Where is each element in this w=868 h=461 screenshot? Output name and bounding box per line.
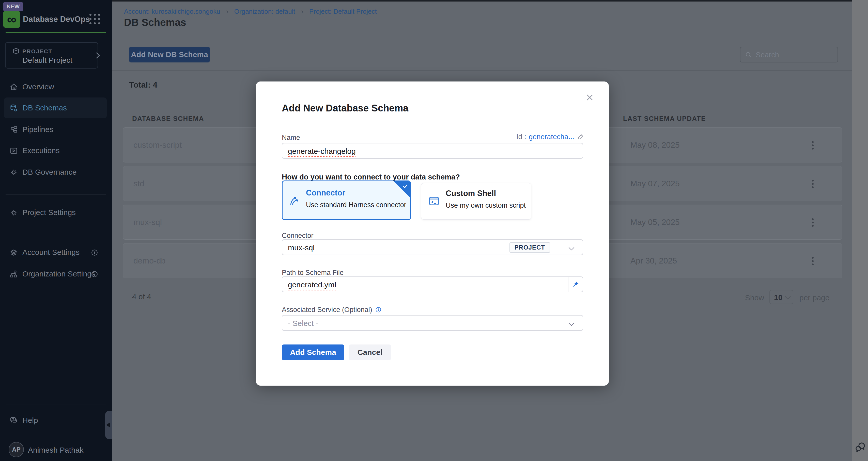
project-scope-label: PROJECT [22,48,52,55]
path-field[interactable]: generated.yml [282,276,583,292]
connector-label: Connector [282,232,314,240]
database-devops-logo[interactable]: ∞ [3,11,20,28]
header-divider [112,37,852,37]
sidebar-item-account-settings[interactable]: Account Settings [0,242,112,263]
edit-pencil-icon[interactable] [577,133,584,141]
name-field[interactable]: generate-changelog [282,143,583,159]
search-input[interactable]: Search [740,47,838,62]
page-title: DB Schemas [124,17,186,28]
pin-button[interactable] [568,277,583,292]
scope-badge: PROJECT [509,242,550,253]
column-header-last-schema-update: LAST SCHEMA UPDATE [623,115,706,123]
modal-title: Add New Database Schema [282,103,408,114]
chat-bubbles-icon[interactable] [854,441,866,453]
sidebar-item-db-governance[interactable]: DB Governance [0,162,112,183]
name-label: Name [282,134,300,142]
sidebar-item-overview[interactable]: Overview [0,76,112,97]
pagination-per-page-label: per page [799,293,829,302]
collapse-arrow-icon [106,422,110,427]
close-icon[interactable] [584,92,595,103]
chevron-down-icon [569,320,575,326]
chevron-down-icon [569,245,575,251]
pipeline-icon [9,125,18,134]
service-select[interactable]: - Select - [282,315,583,331]
right-rail [852,0,868,461]
sidebar-item-organization-settings[interactable]: Organization Settings [0,264,112,284]
terminal-icon [428,195,440,207]
execution-play-icon [9,146,18,155]
app-title: Database DevOps [23,15,90,24]
user-avatar[interactable]: AP [9,442,24,457]
column-header-database-schema: DATABASE SCHEMA [132,115,204,123]
organization-icon [9,270,18,279]
row-menu-icon[interactable] [806,254,819,268]
sidebar-divider [6,232,106,232]
option-card-custom-shell[interactable]: Custom Shell Use my own custom script [421,183,531,220]
chevron-down-icon [785,294,791,300]
module-grid-icon[interactable] [89,14,101,25]
sidebar: NEW ∞ Database DevOps PROJECT Default Pr… [0,0,112,461]
database-gear-icon [9,104,18,113]
row-menu-icon[interactable] [806,138,819,152]
project-name: Default Project [22,56,72,64]
sidebar-item-pipelines[interactable]: Pipelines [0,119,112,140]
app-root: NEW ∞ Database DevOps PROJECT Default Pr… [0,0,868,461]
pagination-show-label: Show [745,293,764,302]
service-label: Associated Service (Optional) [282,306,382,314]
page-size-select[interactable]: 10 [769,290,793,304]
search-placeholder: Search [756,51,779,59]
connector-select[interactable]: mux-sql PROJECT [282,239,583,255]
total-count: Total: 4 [129,80,157,90]
info-icon[interactable] [90,249,99,257]
new-badge: NEW [3,2,23,11]
connector-option-subtitle: Use standard Harness connector [306,201,406,209]
pagination-range: 4 of 4 [132,292,151,301]
infinity-icon: ∞ [7,13,16,26]
toolbar-divider [112,70,852,71]
add-schema-button[interactable]: Add Schema [282,344,344,360]
info-icon[interactable] [90,270,99,278]
help-chat-icon [9,416,18,425]
breadcrumb-separator: › [301,8,303,15]
account-layers-icon [9,248,18,257]
custom-shell-option-title: Custom Shell [446,189,496,198]
sidebar-item-db-schemas[interactable]: DB Schemas [0,97,112,118]
breadcrumb-organization[interactable]: Organization: default [234,8,295,15]
connector-arrows-icon [288,194,300,207]
pin-icon [572,281,579,288]
row-menu-icon[interactable] [806,177,819,191]
user-name[interactable]: Animesh Pathak [28,446,83,454]
breadcrumb: Account: kurosakiichigo.songoku › Organi… [124,8,377,15]
id-label: Id : [516,133,526,141]
chevron-right-icon [94,52,100,58]
sidebar-item-help[interactable]: Help [0,410,112,431]
search-icon [745,51,752,58]
governance-gear-icon [9,168,18,177]
add-new-db-schema-button[interactable]: Add New DB Schema [129,47,210,62]
info-icon[interactable] [375,306,382,313]
project-selector[interactable] [5,42,98,69]
sidebar-collapse-handle[interactable] [105,411,112,439]
entity-id: Id : generatecha... [516,133,584,141]
add-schema-modal: Add New Database Schema Name Id : genera… [256,81,609,386]
breadcrumb-project[interactable]: Project: Default Project [309,8,377,15]
option-card-connector[interactable]: Connector Use standard Harness connector [282,180,411,220]
sidebar-divider [6,404,106,404]
project-cube-icon [12,47,20,55]
connector-option-title: Connector [306,188,345,197]
home-icon [9,83,18,92]
custom-shell-option-subtitle: Use my own custom script [446,202,526,209]
brand-divider [6,32,106,33]
id-value-link[interactable]: generatecha... [529,133,574,141]
breadcrumb-account[interactable]: Account: kurosakiichigo.songoku [124,8,220,15]
sidebar-item-executions[interactable]: Executions [0,140,112,161]
check-icon [402,183,409,189]
sidebar-item-project-settings[interactable]: Project Settings [0,202,112,223]
cancel-button[interactable]: Cancel [349,344,391,360]
row-menu-icon[interactable] [806,216,819,229]
settings-gear-icon [9,208,18,217]
connect-question: How do you want to connect to your data … [282,173,460,181]
sidebar-divider [6,194,106,195]
path-label: Path to Schema File [282,269,344,277]
breadcrumb-separator: › [226,8,228,15]
